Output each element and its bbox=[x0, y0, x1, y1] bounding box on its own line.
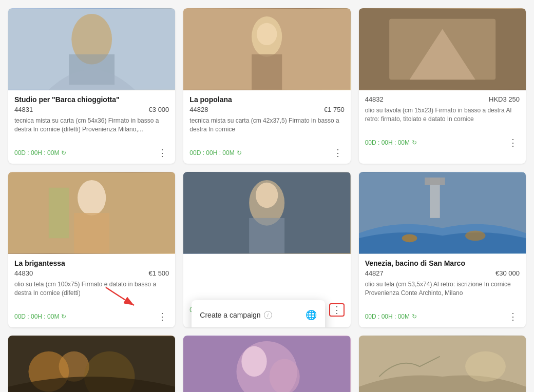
card-3-footer: 00D : 00H : 00M ↻ ⋮ bbox=[359, 134, 526, 153]
svg-point-16 bbox=[256, 183, 278, 208]
popup-create-campaign-row: Create a campaign i 🌐 bbox=[192, 304, 325, 326]
card-1: Studio per "Barca chioggiotta" 44831 €3 … bbox=[8, 8, 175, 164]
globe-icon: 🌐 bbox=[306, 309, 317, 321]
svg-point-32 bbox=[465, 351, 506, 382]
card-6-timer: 00D : 00H : 00M ↻ bbox=[365, 313, 417, 320]
timer-label-2: 00D : 00H : 00M bbox=[189, 149, 234, 156]
card-6-desc: olio su tela (cm 53,5x74) Al retro: iscr… bbox=[365, 280, 520, 299]
refresh-icon-6[interactable]: ↻ bbox=[412, 313, 417, 320]
card-1-price: €3 000 bbox=[149, 106, 169, 113]
refresh-icon-3[interactable]: ↻ bbox=[412, 139, 417, 146]
card-1-body: Studio per "Barca chioggiotta" 44831 €3 … bbox=[8, 90, 175, 144]
card-2-more-button[interactable]: ⋮ bbox=[331, 147, 345, 159]
artwork-grid: Studio per "Barca chioggiotta" 44831 €3 … bbox=[8, 8, 526, 392]
card-4-number: 44830 bbox=[14, 269, 33, 277]
card-6: Venezia, bacino di San Marco 44827 €30 0… bbox=[359, 172, 526, 327]
card-4-meta: 44830 €1 500 bbox=[14, 269, 169, 277]
card-7-image bbox=[8, 336, 175, 392]
create-campaign-info-icon[interactable]: i bbox=[264, 311, 272, 319]
card-5-more-button[interactable]: ⋮ bbox=[329, 303, 345, 317]
create-campaign-label: Create a campaign bbox=[200, 311, 260, 319]
card-8 bbox=[183, 336, 350, 392]
svg-point-6 bbox=[257, 23, 277, 45]
card-1-meta: 44831 €3 000 bbox=[14, 106, 169, 113]
card-4-timer: 00D : 00H : 00M ↻ bbox=[14, 313, 66, 320]
card-4: La brigantessa 44830 €1 500 olio su tela… bbox=[8, 172, 175, 327]
card-3-price: HKD3 250 bbox=[489, 95, 520, 103]
card-1-desc: tecnica mista su carta (cm 54x36) Firmat… bbox=[14, 116, 169, 135]
svg-point-21 bbox=[402, 234, 417, 242]
card-2-timer: 00D : 00H : 00M ↻ bbox=[189, 149, 241, 156]
card-6-title: Venezia, bacino di San Marco bbox=[365, 259, 520, 267]
card-2-body: La popolana 44828 €1 750 tecnica mista s… bbox=[183, 90, 350, 144]
card-3-timer: 00D : 00H : 00M ↻ bbox=[365, 139, 417, 146]
refresh-icon-2[interactable]: ↻ bbox=[237, 149, 242, 156]
card-3-number: 44832 bbox=[365, 95, 384, 103]
svg-rect-5 bbox=[252, 54, 282, 90]
card-1-title: Studio per "Barca chioggiotta" bbox=[14, 95, 169, 104]
popup-create-campaign-left: Create a campaign i bbox=[200, 311, 272, 319]
card-4-desc: olio su tela (cm 100x75) Firmato e datat… bbox=[14, 280, 169, 299]
card-2-footer: 00D : 00H : 00M ↻ ⋮ bbox=[183, 144, 350, 164]
card-3-image bbox=[359, 8, 526, 90]
context-menu-popup: Create a campaign i 🌐 Display i On sale … bbox=[192, 300, 325, 327]
svg-rect-20 bbox=[425, 178, 445, 185]
card-1-number: 44831 bbox=[14, 106, 33, 113]
card-4-price: €1 500 bbox=[149, 269, 169, 277]
card-4-image bbox=[8, 172, 175, 254]
card-6-body: Venezia, bacino di San Marco 44827 €30 0… bbox=[359, 254, 526, 308]
refresh-icon-4[interactable]: ↻ bbox=[61, 313, 66, 320]
card-1-image bbox=[8, 8, 175, 90]
svg-point-29 bbox=[242, 346, 267, 377]
timer-label-6: 00D : 00H : 00M bbox=[365, 313, 410, 320]
card-6-meta: 44827 €30 000 bbox=[365, 269, 520, 277]
svg-rect-12 bbox=[49, 188, 69, 239]
card-9 bbox=[359, 336, 526, 392]
card-6-footer: 00D : 00H : 00M ↻ ⋮ bbox=[359, 308, 526, 327]
card-2-number: 44828 bbox=[189, 106, 208, 113]
card-6-more-button[interactable]: ⋮ bbox=[506, 311, 520, 322]
card-2-meta: 44828 €1 750 bbox=[189, 106, 344, 113]
refresh-icon[interactable]: ↻ bbox=[61, 149, 66, 156]
svg-rect-17 bbox=[249, 218, 284, 253]
card-3-more-button[interactable]: ⋮ bbox=[506, 137, 520, 148]
card-4-body: La brigantessa 44830 €1 500 olio su tela… bbox=[8, 254, 175, 308]
timer-label-4: 00D : 00H : 00M bbox=[14, 313, 59, 320]
card-4-footer: 00D : 00H : 00M ↻ ⋮ bbox=[8, 308, 175, 327]
popup-display-row: Display i bbox=[192, 326, 325, 327]
svg-point-10 bbox=[78, 180, 106, 215]
card-2-image bbox=[183, 8, 350, 90]
card-3: 44832 HKD3 250 olio su tavola (cm 15x23)… bbox=[359, 8, 526, 164]
svg-rect-11 bbox=[74, 213, 109, 253]
card-5-body bbox=[183, 254, 350, 300]
card-2-desc: tecnica mista su carta (cm 42x37,5) Firm… bbox=[189, 116, 344, 135]
card-2-price: €1 750 bbox=[324, 106, 345, 113]
svg-point-22 bbox=[465, 231, 485, 241]
card-9-image bbox=[359, 336, 526, 392]
card-7 bbox=[8, 336, 175, 392]
card-6-number: 44827 bbox=[365, 269, 384, 277]
card-5: 00D : 00H : 00M ↻ ⋮ Create a campaign i … bbox=[183, 172, 350, 327]
timer-label: 00D : 00H : 00M bbox=[14, 149, 59, 156]
card-2: La popolana 44828 €1 750 tecnica mista s… bbox=[183, 8, 350, 164]
card-3-desc: olio su tavola (cm 15x23) Firmato in bas… bbox=[365, 106, 520, 125]
card-2-title: La popolana bbox=[189, 95, 344, 104]
card-1-more-button[interactable]: ⋮ bbox=[156, 147, 169, 159]
card-4-more-button[interactable]: ⋮ bbox=[156, 311, 169, 322]
card-4-title: La brigantessa bbox=[14, 259, 169, 267]
card-8-image bbox=[183, 336, 350, 392]
card-3-body: 44832 HKD3 250 olio su tavola (cm 15x23)… bbox=[359, 90, 526, 134]
card-6-image bbox=[359, 172, 526, 254]
timer-label-3: 00D : 00H : 00M bbox=[365, 139, 410, 146]
card-3-meta: 44832 HKD3 250 bbox=[365, 95, 520, 103]
card-5-image bbox=[183, 172, 350, 254]
card-1-timer: 00D : 00H : 00M ↻ bbox=[14, 149, 66, 156]
card-1-footer: 00D : 00H : 00M ↻ ⋮ bbox=[8, 144, 175, 164]
card-6-price: €30 000 bbox=[495, 269, 520, 277]
